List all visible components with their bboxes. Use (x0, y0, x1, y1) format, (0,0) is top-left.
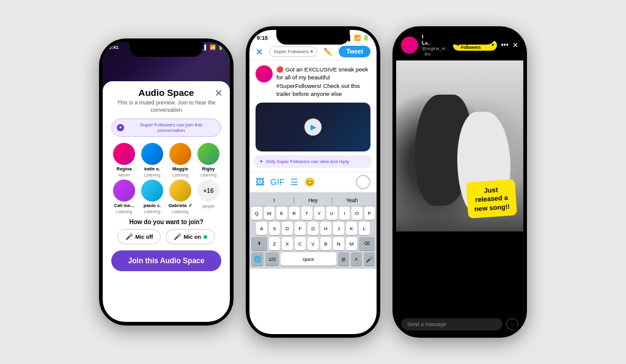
key-w[interactable]: W (264, 206, 275, 220)
phone-tweet-compose: 9:15 ▌▌▌ 📶 🔋 ✕ Super Followers ▾ ✏️ Twee… (246, 26, 380, 338)
key-r[interactable]: R (289, 206, 300, 220)
modal-subtitle: This is a muted preview. Join to hear th… (111, 100, 221, 114)
mic-on-indicator (204, 235, 207, 239)
compose-area: 🔴 Got an EXCLUSIVE sneak peek for all of… (249, 60, 377, 103)
key-d[interactable]: D (282, 222, 293, 235)
key-l[interactable]: L (359, 222, 370, 235)
p3-sf-chevron: ▾ (492, 43, 494, 48)
globe-key[interactable]: 🌐 (251, 252, 263, 266)
numbers-key[interactable]: 123 (265, 252, 279, 266)
avatar-paulo (141, 180, 163, 202)
key-h[interactable]: H (320, 222, 331, 235)
emoji-icon[interactable]: 😊 (304, 177, 315, 187)
key-g[interactable]: G (307, 222, 319, 235)
phone-audio-space: 9:41 ▌▌▌ 📶 🔋 ✕ Audio Space This is a mut… (99, 38, 234, 326)
wifi-icon: 📶 (210, 45, 216, 50)
keyboard-row-1: Q W E R T Y U I O P (251, 206, 375, 220)
chevron-down-icon: ▾ (311, 49, 313, 54)
compose-user-avatar (256, 65, 273, 82)
keyboard-row-2: A S D F G H J K L (251, 222, 375, 235)
key-b[interactable]: B (320, 237, 331, 250)
key-c[interactable]: C (295, 237, 306, 250)
participant-katie: katie o. Listening (139, 143, 165, 177)
super-follower-notice: ✦ Only Super Followers can view and repl… (254, 155, 372, 168)
more-options-icon[interactable]: ••• (501, 41, 509, 49)
delete-key[interactable]: ⌫ (359, 237, 375, 250)
key-s[interactable]: S (269, 222, 280, 235)
sf-badge-text: Super Followers can join this conversati… (127, 122, 216, 133)
send-message-button[interactable]: ○ (506, 318, 518, 330)
phone1-notch (130, 42, 203, 57)
modal-title: Audio Space (111, 87, 221, 98)
key-t[interactable]: T (301, 206, 312, 220)
key-p[interactable]: P (364, 206, 375, 220)
sf-notice-text: Only Super Followers can view and reply (266, 159, 349, 164)
audio-space-modal: ✕ Audio Space This is a muted preview. J… (103, 81, 230, 277)
key-q[interactable]: Q (251, 206, 262, 220)
participant-gabriela: Gabriela ✓ Listening (168, 180, 193, 214)
avatar-gabriela (169, 180, 191, 202)
p3-header-icons: ••• ✕ (501, 41, 518, 49)
phone3-notch (423, 30, 496, 45)
suggestion-i[interactable]: I (255, 196, 293, 205)
mic-off-icon: 🎤 (125, 233, 133, 240)
message-input[interactable]: Send a message (401, 318, 503, 330)
tweet-button[interactable]: Tweet (339, 46, 370, 57)
suggestion-hey[interactable]: Hey (294, 196, 333, 205)
phone3-screen: Regina Lennox @regina_le... · 6m ✦ Super… (396, 30, 523, 334)
phone2-time: 9:15 (257, 35, 268, 41)
suggestion-row: I Hey Yeah (251, 195, 375, 206)
mic-on-button[interactable]: 🎤 Mic on (166, 229, 215, 244)
story-image: Just released a new song!! (396, 60, 523, 231)
p3-close-icon[interactable]: ✕ (512, 41, 518, 49)
p3-user-avatar[interactable] (401, 37, 418, 54)
key-u[interactable]: U (326, 206, 337, 220)
image-icon[interactable]: 🖼 (256, 177, 264, 187)
avatar-maggie (169, 143, 191, 165)
message-bar: Send a message ○ (396, 315, 523, 334)
mic-keyboard-key[interactable]: 🎤 (364, 252, 375, 266)
key-x[interactable]: X (282, 237, 293, 250)
compose-tweet-text[interactable]: 🔴 Got an EXCLUSIVE sneak peek for all of… (276, 65, 370, 98)
keyboard-row-4: 🌐 123 space @ # 🎤 (251, 252, 375, 266)
super-followers-badge: ✦ Super Followers can join this conversa… (111, 118, 221, 137)
phone-super-followers-story: Regina Lennox @regina_le... · 6m ✦ Super… (392, 26, 527, 338)
key-j[interactable]: J (333, 222, 344, 235)
list-icon[interactable]: ☰ (290, 177, 298, 187)
participants-grid: Regina Admin katie o. Listening Maggie L… (111, 143, 221, 214)
avatar-rigby (197, 143, 219, 165)
participant-rigby: Rigby Listening (196, 143, 221, 177)
mic-buttons: 🎤 Mic off 🎤 Mic on (111, 229, 221, 244)
key-f[interactable]: F (295, 222, 306, 235)
sf-toggle-label: Super Followers (273, 49, 309, 54)
compose-toolbar: 🖼 GIF ☰ 😊 (249, 172, 377, 192)
join-question: How do you want to join? (111, 219, 221, 225)
mic-off-button[interactable]: 🎤 Mic off (117, 229, 161, 244)
p3-handle: @regina_le... · 6m (422, 46, 449, 57)
super-followers-toggle[interactable]: Super Followers ▾ (269, 46, 317, 57)
key-z[interactable]: Z (269, 237, 280, 250)
suggestion-yeah[interactable]: Yeah (333, 196, 371, 205)
key-i[interactable]: I (339, 206, 350, 220)
key-v[interactable]: V (307, 237, 319, 250)
phones-container: 9:41 ▌▌▌ 📶 🔋 ✕ Audio Space This is a mut… (93, 20, 533, 344)
x-close-icon[interactable]: ✕ (256, 47, 263, 57)
space-key[interactable]: space (281, 252, 336, 266)
shift-key[interactable]: ⬆ (251, 237, 267, 250)
key-y[interactable]: Y (314, 206, 325, 220)
key-a[interactable]: A (256, 222, 267, 235)
key-m[interactable]: M (346, 237, 357, 250)
gif-icon[interactable]: GIF (270, 177, 284, 187)
key-o[interactable]: O (352, 206, 363, 220)
join-audio-space-button[interactable]: Join this Audio Space (111, 250, 221, 271)
tweet-video-thumbnail[interactable]: ▶ (256, 103, 370, 151)
hash-key[interactable]: # (351, 252, 362, 266)
modal-close-button[interactable]: ✕ (215, 87, 223, 99)
progress-circle (356, 175, 370, 189)
avatar-katie (141, 143, 163, 165)
play-button-icon[interactable]: ▶ (304, 118, 322, 136)
at-key[interactable]: @ (338, 252, 349, 266)
key-k[interactable]: K (346, 222, 357, 235)
key-n[interactable]: N (333, 237, 344, 250)
key-e[interactable]: E (276, 206, 287, 220)
